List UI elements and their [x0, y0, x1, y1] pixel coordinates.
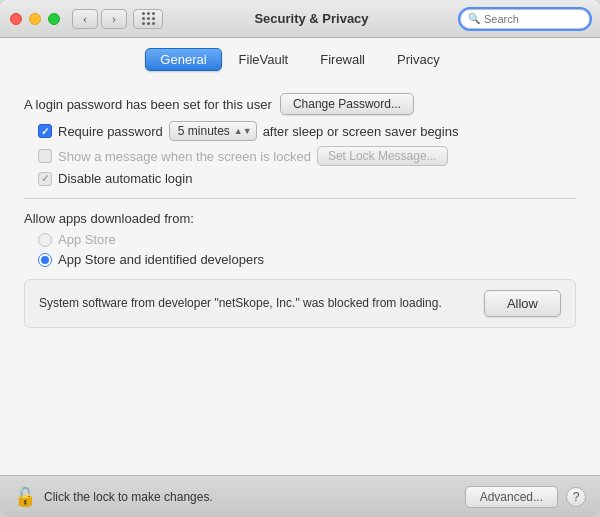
after-sleep-label: after sleep or screen saver begins: [263, 124, 459, 139]
app-store-label: App Store: [58, 232, 116, 247]
traffic-lights: [10, 13, 60, 25]
window-title: Security & Privacy: [163, 11, 460, 26]
help-button[interactable]: ?: [566, 487, 586, 507]
disable-login-checkbox[interactable]: [38, 172, 52, 186]
download-title: Allow apps downloaded from:: [24, 211, 194, 226]
bottombar: 🔓 Click the lock to make changes. Advanc…: [0, 475, 600, 517]
show-message-row: Show a message when the screen is locked…: [38, 146, 576, 166]
lock-icon[interactable]: 🔓: [14, 486, 36, 508]
window: ‹ › Security & Privacy 🔍 General FileVau…: [0, 0, 600, 517]
lock-text: Click the lock to make changes.: [44, 490, 465, 504]
app-store-row: App Store: [38, 232, 576, 247]
back-button[interactable]: ‹: [72, 9, 98, 29]
advanced-button[interactable]: Advanced...: [465, 486, 558, 508]
download-title-row: Allow apps downloaded from:: [24, 211, 576, 226]
search-icon: 🔍: [468, 13, 480, 24]
dropdown-arrow-icon: ▲▼: [234, 126, 252, 136]
blocked-text: System software from developer "netSkope…: [39, 295, 472, 312]
disable-login-row: Disable automatic login: [38, 171, 576, 186]
tab-firewall[interactable]: Firewall: [305, 48, 380, 71]
change-password-button[interactable]: Change Password...: [280, 93, 414, 115]
allow-button[interactable]: Allow: [484, 290, 561, 317]
titlebar: ‹ › Security & Privacy 🔍: [0, 0, 600, 38]
tab-filevault[interactable]: FileVault: [224, 48, 304, 71]
search-input[interactable]: [484, 13, 582, 25]
download-section: Allow apps downloaded from: App Store Ap…: [24, 211, 576, 267]
grid-icon: [142, 12, 155, 25]
show-message-checkbox[interactable]: [38, 149, 52, 163]
minimize-button[interactable]: [29, 13, 41, 25]
login-password-row: A login password has been set for this u…: [24, 93, 576, 115]
show-message-label: Show a message when the screen is locked: [58, 149, 311, 164]
duration-value: 5 minutes: [178, 124, 230, 138]
app-store-identified-label: App Store and identified developers: [58, 252, 264, 267]
password-duration-dropdown[interactable]: 5 minutes ▲▼: [169, 121, 257, 141]
set-lock-message-button[interactable]: Set Lock Message...: [317, 146, 448, 166]
tab-general[interactable]: General: [145, 48, 221, 71]
app-switcher-button[interactable]: [133, 9, 163, 29]
search-box[interactable]: 🔍: [460, 9, 590, 29]
login-password-text: A login password has been set for this u…: [24, 97, 272, 112]
content-area: A login password has been set for this u…: [0, 79, 600, 475]
tab-privacy[interactable]: Privacy: [382, 48, 455, 71]
blocked-software-row: System software from developer "netSkope…: [24, 279, 576, 328]
require-password-checkbox[interactable]: [38, 124, 52, 138]
require-password-row: Require password 5 minutes ▲▼ after slee…: [38, 121, 576, 141]
maximize-button[interactable]: [48, 13, 60, 25]
nav-buttons: ‹ ›: [72, 9, 127, 29]
forward-button[interactable]: ›: [101, 9, 127, 29]
app-store-identified-radio[interactable]: [38, 253, 52, 267]
app-store-radio[interactable]: [38, 233, 52, 247]
divider: [24, 198, 576, 199]
disable-login-label: Disable automatic login: [58, 171, 192, 186]
tabs-bar: General FileVault Firewall Privacy: [0, 38, 600, 79]
app-store-identified-row: App Store and identified developers: [38, 252, 576, 267]
require-password-label: Require password: [58, 124, 163, 139]
close-button[interactable]: [10, 13, 22, 25]
